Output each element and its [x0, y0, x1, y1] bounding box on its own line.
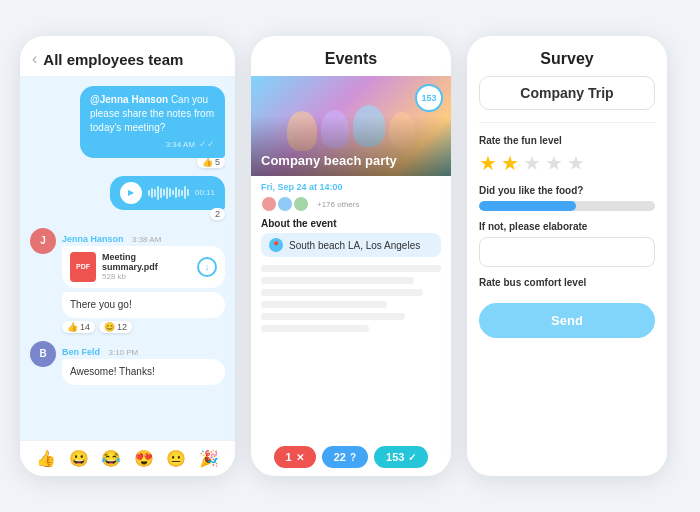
stars-row-1: ★ ★ ★ ★ ★: [479, 151, 655, 175]
skeleton-1: [261, 265, 441, 272]
location-icon: 📍: [269, 238, 283, 252]
msg-time: 3:34 AM: [166, 139, 195, 150]
emoji-party[interactable]: 🎉: [199, 449, 219, 468]
jenna-reactions: 👍 14 😊 12: [62, 321, 225, 333]
question-fun: Rate the fun level ★ ★ ★ ★ ★: [479, 135, 655, 175]
event-date: Fri, Sep 24 at 14:00: [261, 182, 441, 192]
badge-num-2: 22: [334, 451, 346, 463]
emoji-grin[interactable]: 😀: [69, 449, 89, 468]
badge-num-1: 1: [286, 451, 292, 463]
footer-badge-accept[interactable]: 153 ✓: [374, 446, 428, 468]
back-icon[interactable]: ‹: [32, 50, 37, 68]
voice-reaction-count: 2: [215, 209, 220, 219]
q2-label: Did you like the food?: [479, 185, 655, 196]
chat-body: @Jenna Hanson Can you please share the n…: [20, 76, 235, 440]
location-row: 📍 South beach LA, Los Angeles: [261, 233, 441, 257]
read-tick: ✓✓: [199, 138, 215, 151]
skeleton-4: [261, 301, 387, 308]
survey-title: Survey: [467, 36, 667, 76]
q3-label: If not, please elaborate: [479, 221, 655, 232]
file-name: Meeting summary.pdf: [102, 252, 191, 272]
voice-duration: 00:11: [195, 188, 215, 197]
voice-bubble: ▶: [110, 176, 225, 210]
send-button[interactable]: Send: [479, 303, 655, 338]
ben-avatar: B: [30, 341, 56, 367]
star-4[interactable]: ★: [545, 151, 563, 175]
star-1[interactable]: ★: [479, 151, 497, 175]
voice-reaction-badge[interactable]: 2: [210, 208, 225, 220]
file-bubble: PDF Meeting summary.pdf 528 kb ↓: [62, 246, 225, 288]
jenna-avatar: J: [30, 228, 56, 254]
footer-badge-maybe[interactable]: 22 ?: [322, 446, 368, 468]
reaction-thumbs[interactable]: 👍 14: [62, 321, 95, 333]
play-button[interactable]: ▶: [120, 182, 142, 204]
survey-divider: [479, 122, 655, 123]
survey-panel: Survey Company Trip Rate the fun level ★…: [467, 36, 667, 476]
star-3[interactable]: ★: [523, 151, 541, 175]
attendee-1: [261, 196, 277, 212]
voice-message: ▶: [30, 176, 225, 220]
about-label: About the event: [261, 218, 441, 229]
event-footer: 1 ✕ 22 ? 153 ✓: [251, 438, 451, 476]
question-bus: Rate bus comfort level: [479, 277, 655, 293]
ben-message: Awesome! Thanks!: [62, 359, 225, 385]
emoji-neutral[interactable]: 😐: [166, 449, 186, 468]
emoji-heart[interactable]: 😍: [134, 449, 154, 468]
survey-body: Company Trip Rate the fun level ★ ★ ★ ★ …: [467, 76, 667, 476]
chat-panel: ‹ All employees team @Jenna Hanson Can y…: [20, 36, 235, 476]
event-image: Company beach party 153: [251, 76, 451, 176]
skeleton-6: [261, 325, 369, 332]
location-text: South beach LA, Los Angeles: [289, 240, 420, 251]
skeleton-2: [261, 277, 414, 284]
badge-num-3: 153: [386, 451, 404, 463]
outgoing-bubble: @Jenna Hanson Can you please share the n…: [80, 86, 225, 158]
food-progress-bar[interactable]: [479, 201, 655, 211]
waveform: [148, 184, 189, 202]
chat-title: All employees team: [43, 51, 183, 68]
event-image-label: Company beach party: [251, 145, 407, 176]
download-button[interactable]: ↓: [197, 257, 217, 277]
ben-content: Ben Feld 3:10 PM Awesome! Thanks!: [62, 341, 225, 385]
ben-message-group: B Ben Feld 3:10 PM Awesome! Thanks!: [30, 341, 225, 385]
chat-header: ‹ All employees team: [20, 36, 235, 76]
event-badge: 153: [415, 84, 443, 112]
reaction-emoji-1: 👍: [67, 322, 78, 332]
attendee-3: [293, 196, 309, 212]
q4-label: Rate bus comfort level: [479, 277, 655, 288]
badge-icon-2: ?: [350, 452, 356, 463]
elaborate-input[interactable]: [479, 237, 655, 267]
ben-time: 3:10 PM: [108, 348, 138, 357]
question-elaborate: If not, please elaborate: [479, 221, 655, 267]
star-2[interactable]: ★: [501, 151, 519, 175]
attendees-count: +176 others: [317, 200, 359, 209]
footer-badge-decline[interactable]: 1 ✕: [274, 446, 316, 468]
jenna-time: 3:38 AM: [132, 235, 161, 244]
file-info: Meeting summary.pdf 528 kb: [102, 252, 191, 281]
food-progress-fill: [479, 201, 576, 211]
app-container: ‹ All employees team @Jenna Hanson Can y…: [0, 16, 700, 496]
reaction-emoji-2: 😊: [104, 322, 115, 332]
badge-icon-3: ✓: [408, 452, 416, 463]
reaction-smile[interactable]: 😊 12: [99, 321, 132, 333]
q1-label: Rate the fun level: [479, 135, 655, 146]
jenna-message: There you go!: [62, 292, 225, 318]
attendee-2: [277, 196, 293, 212]
emoji-thumbs[interactable]: 👍: [36, 449, 56, 468]
badge-icon-1: ✕: [296, 452, 304, 463]
question-food: Did you like the food?: [479, 185, 655, 211]
file-size: 528 kb: [102, 272, 191, 281]
events-title: Events: [251, 36, 451, 76]
skeleton-5: [261, 313, 405, 320]
reaction-emoji: 👍: [202, 157, 213, 167]
reaction-count-1: 14: [80, 322, 90, 332]
incoming-content: Jenna Hanson 3:38 AM PDF Meeting summary…: [62, 228, 225, 333]
attendees-row: +176 others: [261, 196, 441, 212]
emoji-laugh[interactable]: 😂: [101, 449, 121, 468]
event-info: Fri, Sep 24 at 14:00 +176 others About t…: [251, 176, 451, 341]
jenna-name: Jenna Hanson: [62, 234, 124, 244]
events-panel: Events Company beach party 153 Fri, Sep …: [251, 36, 451, 476]
reaction-count-2: 12: [117, 322, 127, 332]
mention-text: @Jenna Hanson: [90, 94, 168, 105]
star-5[interactable]: ★: [567, 151, 585, 175]
pdf-icon: PDF: [70, 252, 96, 282]
